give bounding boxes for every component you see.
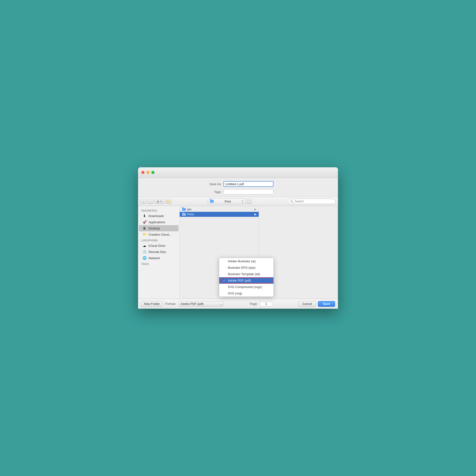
search-bar[interactable]: 🔍 xyxy=(288,199,336,204)
tags-section-label: Tags xyxy=(138,261,179,266)
save-as-input[interactable] xyxy=(223,181,273,187)
popup-item-ai[interactable]: Adobe Illustrator (ai) xyxy=(219,258,273,264)
location-arrows-icon: ▲ ▼ xyxy=(242,199,244,204)
expand-button[interactable]: ⌃ xyxy=(247,199,252,204)
save-dialog: Save As: Tags: ‹ › ⊞ ▼ 📁 Print ▲ ▼ xyxy=(138,167,338,309)
popup-item-pdf[interactable]: ✓ Adobe PDF (pdf) xyxy=(219,277,273,284)
favorites-section-label: Favorites xyxy=(138,208,179,213)
popup-label-ai: Adobe Illustrator (ai) xyxy=(228,259,255,263)
back-button[interactable]: ‹ xyxy=(140,199,146,204)
new-folder-button[interactable]: New Folder xyxy=(141,301,163,307)
sidebar-item-applications[interactable]: 🚀 Applications xyxy=(139,219,178,225)
locations-section-label: Locations xyxy=(138,238,179,242)
view-chevron-icon: ▼ xyxy=(160,200,162,203)
page-input[interactable] xyxy=(260,302,272,306)
sidebar-item-label-network: Network xyxy=(149,256,160,260)
file-item-label-jen: jen xyxy=(187,207,191,211)
format-label: Format: xyxy=(165,302,176,306)
expand-icon: ⌃ xyxy=(248,200,250,203)
back-icon: ‹ xyxy=(143,200,144,203)
popup-item-eps[interactable]: Illustrator EPS (eps) xyxy=(219,264,273,271)
folder-icon-jen xyxy=(182,208,186,211)
creative-cloud-icon: 📁 xyxy=(142,232,147,237)
format-dropdown[interactable]: Adobe Illustrator (ai) Illustrator EPS (… xyxy=(178,301,223,306)
bottom-toolbar: New Folder Format: Adobe Illustrator (ai… xyxy=(138,299,338,309)
popup-item-svg[interactable]: SVG (svg) xyxy=(219,290,273,297)
search-input[interactable] xyxy=(295,200,333,203)
view-icon: ⊞ xyxy=(157,200,159,203)
remote-disc-icon: 💿 xyxy=(142,250,147,254)
forward-icon: › xyxy=(150,200,151,203)
minimize-button[interactable] xyxy=(146,171,150,174)
format-select-wrapper: Adobe Illustrator (ai) Illustrator EPS (… xyxy=(178,301,223,306)
location-folder-icon xyxy=(210,200,214,203)
sidebar-item-creative-cloud[interactable]: 📁 Creative Cloud... xyxy=(139,231,178,238)
traffic-lights xyxy=(141,171,154,174)
forward-button[interactable]: › xyxy=(148,199,153,204)
file-item-jen[interactable]: jen ▶ xyxy=(180,207,259,212)
page-label: Page: xyxy=(250,302,258,306)
popup-item-ait[interactable]: Illustrator Template (ait) xyxy=(219,271,273,277)
check-icon-pdf: ✓ xyxy=(223,279,226,282)
network-icon: 🌐 xyxy=(142,256,147,260)
file-toolbar: ‹ › ⊞ ▼ 📁 Print ▲ ▼ ⌃ xyxy=(138,197,338,206)
arrow-icon-print: ▶ xyxy=(255,213,256,216)
sidebar-item-remote-disc[interactable]: 💿 Remote Disc xyxy=(139,249,178,255)
action-buttons: Cancel Save xyxy=(298,301,335,307)
sidebar-item-network[interactable]: 🌐 Network xyxy=(139,255,178,261)
sidebar-item-label-remote-disc: Remote Disc xyxy=(149,250,166,254)
popup-label-pdf: Adobe PDF (pdf) xyxy=(228,279,251,282)
save-as-row: Save As: xyxy=(138,178,338,188)
sidebar-item-label-desktop: Desktop xyxy=(149,227,160,230)
save-button[interactable]: Save xyxy=(318,301,335,307)
location-bar: Print ▲ ▼ ⌃ xyxy=(173,199,287,204)
popup-label-svg: SVG (svg) xyxy=(228,291,242,295)
file-item-label-print: Print xyxy=(187,213,194,216)
popup-label-eps: Illustrator EPS (eps) xyxy=(228,266,255,270)
arrow-icon-jen: ▶ xyxy=(255,208,256,211)
search-icon: 🔍 xyxy=(290,200,293,203)
maximize-button[interactable] xyxy=(151,171,154,174)
titlebar xyxy=(138,167,338,178)
folder-icon-print xyxy=(182,213,186,216)
applications-icon: 🚀 xyxy=(142,220,147,224)
tags-input[interactable] xyxy=(223,189,273,194)
sidebar: Favorites ⬇ Downloads 🚀 Applications 🖥 D… xyxy=(138,206,180,299)
folder-icon: 📁 xyxy=(167,200,170,203)
popup-item-svgz[interactable]: SVG Compressed (svgz) xyxy=(219,284,273,290)
format-popup: Adobe Illustrator (ai) Illustrator EPS (… xyxy=(219,258,274,297)
view-button[interactable]: ⊞ ▼ xyxy=(155,199,164,204)
sidebar-item-label-icloud-drive: iCloud Drive xyxy=(149,244,165,248)
tags-label: Tags: xyxy=(203,190,221,194)
tags-row: Tags: xyxy=(138,188,338,197)
cancel-button[interactable]: Cancel xyxy=(298,301,316,307)
sidebar-item-desktop[interactable]: 🖥 Desktop xyxy=(139,225,178,231)
location-selector[interactable]: Print ▲ ▼ xyxy=(208,199,246,204)
file-item-print[interactable]: Print ▶ xyxy=(180,212,259,217)
popup-label-ait: Illustrator Template (ait) xyxy=(228,272,260,276)
close-button[interactable] xyxy=(141,171,144,174)
desktop-icon: 🖥 xyxy=(142,226,147,230)
sidebar-item-label-creative-cloud: Creative Cloud... xyxy=(149,233,171,236)
sidebar-item-icloud-drive[interactable]: ☁ iCloud Drive xyxy=(139,242,178,249)
sidebar-item-label-downloads: Downloads xyxy=(149,214,164,218)
location-name: Print xyxy=(224,200,231,203)
icloud-drive-icon: ☁ xyxy=(142,243,147,248)
popup-label-svgz: SVG Compressed (svgz) xyxy=(228,285,262,289)
new-folder-toolbar-button[interactable]: 📁 xyxy=(166,199,171,204)
downloads-icon: ⬇ xyxy=(142,214,147,218)
sidebar-item-downloads[interactable]: ⬇ Downloads xyxy=(139,213,178,219)
save-as-label: Save As: xyxy=(203,182,221,186)
sidebar-item-label-applications: Applications xyxy=(149,221,165,224)
